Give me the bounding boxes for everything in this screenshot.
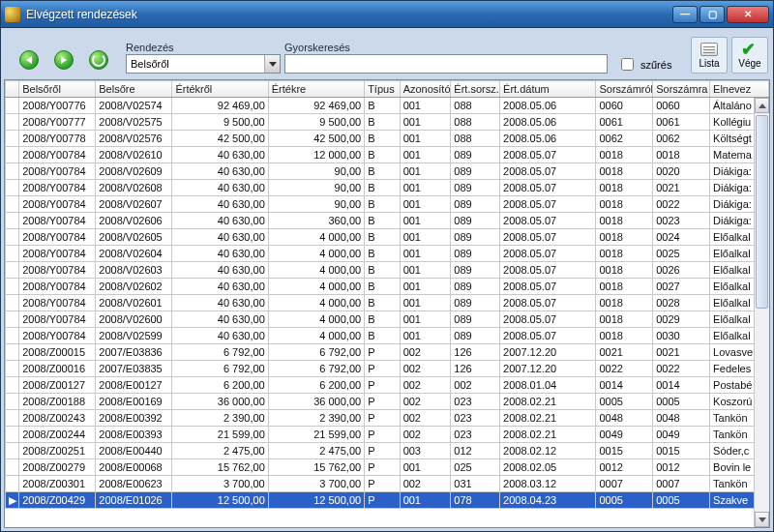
table-cell: 0023 [653,213,710,229]
table-cell: 001 [400,229,451,246]
refresh-button[interactable] [89,50,108,70]
check-icon: ✔ [741,43,759,56]
data-grid[interactable]: BelsőrőlBelsőreÉrtékrőlÉrtékreTípusAzono… [4,79,770,528]
table-row[interactable]: 2008/Y007842008/V0260840 630,0090,00B001… [6,180,769,196]
scroll-down-button[interactable] [755,512,769,527]
table-row[interactable]: 2008/Y007842008/V0260040 630,004 000,00B… [6,311,769,328]
column-header[interactable]: Értékre [268,81,364,98]
column-header[interactable]: Típus [365,81,401,98]
done-button[interactable]: ✔ Vége [731,37,768,74]
table-cell: P [365,443,401,459]
column-header[interactable]: Belsőről [19,81,96,98]
table-cell: 2008.05.07 [500,163,596,180]
table-row[interactable]: 2008/Y007842008/V0260740 630,0090,00B001… [6,196,769,213]
filter-checkbox[interactable] [621,58,634,71]
column-header[interactable]: Azonosító [400,81,451,98]
table-cell: 2008/V02605 [96,229,172,246]
table-row[interactable]: ▶2008/Z004292008/E0102612 500,0012 500,0… [6,492,769,509]
table-cell: 2008/Y00778 [19,131,96,147]
table-cell: 0048 [596,410,653,427]
table-row[interactable]: 2008/Z001882008/E0016936 000,0036 000,00… [6,394,769,410]
table-row[interactable]: 2008/Z002442008/E0039321 599,0021 599,00… [6,427,769,443]
table-row[interactable]: 2008/Y007842008/V0260940 630,0090,00B001… [6,163,769,180]
done-button-label: Vége [738,58,760,69]
table-cell: 2007.12.20 [500,344,596,361]
table-row[interactable]: 2008/Z000162007/E038356 792,006 792,00P0… [6,361,769,377]
table-cell: 36 000,00 [172,394,268,410]
scroll-up-button[interactable] [755,98,769,113]
column-header[interactable]: Ért.sorsz. [451,81,500,98]
scroll-thumb[interactable] [756,115,768,309]
table-row[interactable]: 2008/Z003012008/E006233 700,003 700,00P0… [6,476,769,492]
row-indicator [6,410,19,427]
table-cell: 0018 [596,328,653,344]
sort-combobox[interactable]: Belsőről [126,54,281,74]
table-cell: 002 [400,361,451,377]
table-cell: 40 630,00 [172,229,268,246]
table-cell: B [365,147,401,163]
column-header[interactable]: Elnevez [710,81,769,98]
column-header[interactable]: Belsőre [96,81,172,98]
table-row[interactable]: 2008/Y007842008/V0261040 630,0012 000,00… [6,147,769,163]
table-row[interactable]: 2008/Z002512008/E004402 475,002 475,00P0… [6,443,769,459]
forward-button[interactable] [54,50,74,70]
column-header[interactable]: Sorszámra [653,81,710,98]
table-cell: 4 000,00 [268,246,364,262]
filter-checkbox-wrap[interactable]: szűrés [617,55,671,74]
table-row[interactable]: 2008/Y007842008/V0260540 630,004 000,00B… [6,229,769,246]
row-indicator [6,229,19,246]
table-cell: 088 [451,131,500,147]
table-cell: 0005 [653,394,710,410]
filter-label: szűrés [640,59,671,71]
table-cell: 2008.05.06 [500,114,596,131]
table-row[interactable]: 2008/Z002432008/E003922 390,002 390,00P0… [6,410,769,427]
table-cell: 089 [451,311,500,328]
table-cell: 0026 [653,262,710,279]
table-cell: 0062 [653,131,710,147]
table-cell: P [365,476,401,492]
table-cell: 001 [400,131,451,147]
row-indicator [6,213,19,229]
table-cell: 002 [400,377,451,394]
table-row[interactable]: 2008/Y007842008/V0260140 630,004 000,00B… [6,295,769,311]
minimize-button[interactable]: — [672,6,698,23]
table-cell: P [365,361,401,377]
maximize-button[interactable]: ▢ [700,6,725,23]
table-row[interactable]: 2008/Z001272008/E001276 200,006 200,00P0… [6,377,769,394]
table-row[interactable]: 2008/Y007842008/V0260240 630,004 000,00B… [6,279,769,295]
table-cell: 2008.02.12 [500,443,596,459]
sort-label: Rendezés [126,42,281,53]
table-cell: 2008/Z00301 [19,476,96,492]
table-cell: 003 [400,443,451,459]
column-header[interactable]: Ért.dátum [500,81,596,98]
table-row[interactable]: 2008/Y007842008/V0260640 630,00360,00B00… [6,213,769,229]
table-cell: 0022 [596,361,653,377]
table-cell: 6 200,00 [172,377,268,394]
table-row[interactable]: 2008/Z002792008/E0006815 762,0015 762,00… [6,459,769,476]
row-indicator [6,262,19,279]
table-row[interactable]: 2008/Z000152007/E038366 792,006 792,00P0… [6,344,769,361]
table-cell: 0014 [653,377,710,394]
column-header[interactable]: Sorszámról [596,81,653,98]
column-header[interactable] [6,81,19,98]
table-row[interactable]: 2008/Y007782008/V0257642 500,0042 500,00… [6,131,769,147]
column-header[interactable]: Értékről [172,81,268,98]
table-cell: 2008/Z00429 [19,492,96,509]
search-input[interactable] [284,54,608,74]
table-cell: 001 [400,246,451,262]
table-row[interactable]: 2008/Y007842008/V0260340 630,004 000,00B… [6,262,769,279]
close-button[interactable]: ✕ [727,6,769,23]
table-cell: 0029 [653,311,710,328]
list-button[interactable]: Lista [691,37,728,74]
table-row[interactable]: 2008/Y007842008/V0259940 630,004 000,00B… [6,328,769,344]
chevron-down-icon [264,55,280,73]
table-cell: 2 475,00 [172,443,268,459]
row-indicator [6,443,19,459]
table-row[interactable]: 2008/Y007842008/V0260440 630,004 000,00B… [6,246,769,262]
vertical-scrollbar[interactable] [754,98,769,527]
table-row[interactable]: 2008/Y007762008/V0257492 469,0092 469,00… [6,98,769,114]
table-row[interactable]: 2008/Y007772008/V025759 500,009 500,00B0… [6,114,769,131]
table-cell: 2008/Z00016 [19,361,96,377]
table-cell: P [365,377,401,394]
back-button[interactable] [19,50,39,70]
